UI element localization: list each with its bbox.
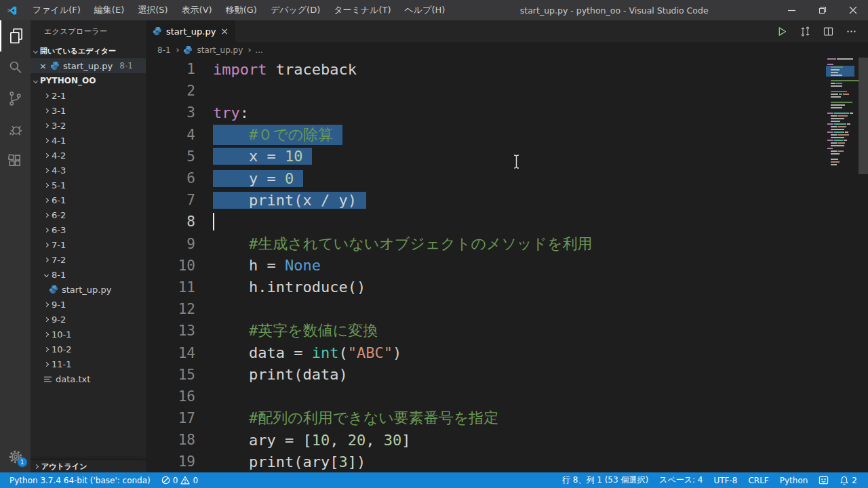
source-control-icon[interactable] bbox=[0, 83, 31, 114]
code-line-3[interactable]: 3try: bbox=[146, 102, 826, 123]
breadcrumb-folder[interactable]: 8-1 bbox=[157, 45, 171, 55]
code-line-5[interactable]: 5 x = 10 bbox=[146, 146, 826, 167]
debug-icon[interactable] bbox=[0, 114, 31, 145]
tab-close-icon[interactable]: × bbox=[220, 26, 229, 36]
code-line-4[interactable]: 4 #０での除算 bbox=[146, 124, 826, 146]
tab-start-up-py[interactable]: start_up.py × bbox=[146, 20, 235, 42]
tree-item-3-1[interactable]: 3-1 bbox=[31, 103, 146, 118]
line-number[interactable]: 5 bbox=[146, 148, 213, 165]
indentation[interactable]: スペース: 4 bbox=[654, 472, 708, 488]
menu-編集[interactable]: 編集(E) bbox=[87, 0, 131, 20]
code-line-12[interactable]: 12 bbox=[146, 298, 826, 320]
code-line-7[interactable]: 7 print(x / y) bbox=[146, 189, 826, 211]
tree-item-6-2[interactable]: 6-2 bbox=[31, 207, 146, 222]
search-icon[interactable] bbox=[0, 52, 31, 83]
code-line-13[interactable]: 13 #英字を数値に変換 bbox=[146, 320, 826, 342]
minimap[interactable] bbox=[826, 58, 859, 167]
menu-デバッグ[interactable]: デバッグ(D) bbox=[264, 0, 327, 20]
menu-ターミナル[interactable]: ターミナル(T) bbox=[327, 0, 397, 20]
code-line-16[interactable]: 16 bbox=[146, 386, 826, 407]
settings-gear-icon[interactable]: 1 bbox=[7, 448, 24, 466]
problems-status[interactable]: 0 0 bbox=[156, 472, 203, 488]
more-actions-icon[interactable] bbox=[846, 26, 857, 37]
eol-sequence[interactable]: CRLF bbox=[743, 472, 774, 488]
extensions-icon[interactable] bbox=[0, 145, 31, 176]
tree-item-start_up.py[interactable]: start_up.py bbox=[31, 282, 146, 297]
code-line-15[interactable]: 15 print(data) bbox=[146, 364, 826, 386]
line-number[interactable]: 19 bbox=[146, 453, 213, 470]
split-editor-icon[interactable] bbox=[823, 26, 834, 37]
tree-item-2-1[interactable]: 2-1 bbox=[31, 88, 146, 103]
open-editors-header[interactable]: 開いているエディター bbox=[31, 43, 146, 58]
code-line-2[interactable]: 2 bbox=[146, 80, 826, 102]
open-changes-icon[interactable] bbox=[800, 26, 811, 37]
line-number[interactable]: 2 bbox=[146, 83, 213, 99]
notifications-bell[interactable]: 2 bbox=[834, 472, 863, 488]
code-line-1[interactable]: 1import traceback bbox=[146, 58, 826, 80]
line-number[interactable]: 14 bbox=[146, 345, 213, 361]
minimize-button[interactable] bbox=[776, 0, 807, 20]
language-mode[interactable]: Python bbox=[774, 472, 814, 488]
menu-ファイル[interactable]: ファイル(F) bbox=[26, 0, 87, 20]
breadcrumb-more[interactable]: ... bbox=[255, 45, 262, 55]
code-line-11[interactable]: 11 h.introduce() bbox=[146, 277, 826, 298]
line-number[interactable]: 12 bbox=[146, 301, 213, 317]
tree-item-4-3[interactable]: 4-3 bbox=[31, 163, 146, 178]
tree-item-6-1[interactable]: 6-1 bbox=[31, 192, 146, 207]
line-number[interactable]: 4 bbox=[146, 127, 213, 143]
line-number[interactable]: 13 bbox=[146, 323, 213, 339]
encoding[interactable]: UTF-8 bbox=[708, 472, 743, 488]
line-number[interactable]: 18 bbox=[146, 432, 213, 448]
code-line-9[interactable]: 9 #生成されていないオブジェクトのメソッドを利用 bbox=[146, 233, 826, 255]
code-line-18[interactable]: 18 ary = [10, 20, 30] bbox=[146, 429, 826, 451]
code-area[interactable]: 1import traceback23try:4 #０での除算5 x = 106… bbox=[146, 58, 826, 472]
menu-選択[interactable]: 選択(S) bbox=[131, 0, 174, 20]
line-number[interactable]: 10 bbox=[146, 258, 213, 274]
code-line-19[interactable]: 19 print(ary[3]) bbox=[146, 451, 826, 472]
line-number[interactable]: 17 bbox=[146, 410, 213, 426]
code-line-17[interactable]: 17 #配列の利用できない要素番号を指定 bbox=[146, 407, 826, 429]
tree-item-3-2[interactable]: 3-2 bbox=[31, 118, 146, 133]
line-number[interactable]: 16 bbox=[146, 388, 213, 405]
tree-item-9-2[interactable]: 9-2 bbox=[31, 312, 146, 327]
line-number[interactable]: 7 bbox=[146, 192, 213, 208]
line-number[interactable]: 15 bbox=[146, 367, 213, 383]
line-number[interactable]: 11 bbox=[146, 279, 213, 296]
python-interpreter[interactable]: Python 3.7.4 64-bit ('base': conda) bbox=[4, 472, 156, 488]
tree-item-7-2[interactable]: 7-2 bbox=[31, 252, 146, 267]
tree-item-10-1[interactable]: 10-1 bbox=[31, 327, 146, 342]
feedback-smiley-icon[interactable] bbox=[813, 472, 834, 488]
tree-item-6-3[interactable]: 6-3 bbox=[31, 222, 146, 237]
line-number[interactable]: 9 bbox=[146, 236, 213, 252]
tree-item-8-1[interactable]: 8-1 bbox=[31, 267, 146, 282]
open-editor-item[interactable]: × start_up.py 8-1 bbox=[31, 58, 146, 73]
line-number[interactable]: 1 bbox=[146, 61, 213, 77]
run-icon[interactable] bbox=[776, 26, 788, 37]
code-line-14[interactable]: 14 data = int("ABC") bbox=[146, 342, 826, 363]
restore-button[interactable] bbox=[807, 0, 837, 20]
line-number[interactable]: 3 bbox=[146, 104, 213, 121]
tree-item-11-1[interactable]: 11-1 bbox=[31, 357, 146, 371]
code-line-8[interactable]: 8 bbox=[146, 211, 826, 232]
tree-item-4-2[interactable]: 4-2 bbox=[31, 148, 146, 163]
code-line-6[interactable]: 6 y = 0 bbox=[146, 167, 826, 189]
folder-header[interactable]: PYTHON_OO bbox=[31, 73, 146, 88]
line-number[interactable]: 8 bbox=[146, 214, 213, 230]
menu-表示[interactable]: 表示(V) bbox=[175, 0, 219, 20]
close-icon[interactable]: × bbox=[39, 62, 47, 70]
cursor-position[interactable]: 行 8、列 1 (53 個選択) bbox=[557, 472, 654, 488]
tree-item-7-1[interactable]: 7-1 bbox=[31, 237, 146, 252]
menu-ヘルプ[interactable]: ヘルプ(H) bbox=[398, 0, 452, 20]
tree-item-4-1[interactable]: 4-1 bbox=[31, 133, 146, 148]
code-line-10[interactable]: 10 h = None bbox=[146, 255, 826, 277]
line-number[interactable]: 6 bbox=[146, 170, 213, 186]
tree-item-data.txt[interactable]: data.txt bbox=[31, 371, 146, 386]
outline-header[interactable]: アウトライン bbox=[31, 460, 146, 472]
tree-item-5-1[interactable]: 5-1 bbox=[31, 178, 146, 192]
close-button[interactable] bbox=[837, 0, 868, 20]
scrollbar-thumb[interactable] bbox=[859, 58, 868, 174]
breadcrumb-file[interactable]: start_up.py bbox=[197, 45, 243, 55]
tree-item-10-2[interactable]: 10-2 bbox=[31, 342, 146, 357]
menu-移動[interactable]: 移動(G) bbox=[219, 0, 264, 20]
tree-item-9-1[interactable]: 9-1 bbox=[31, 297, 146, 312]
